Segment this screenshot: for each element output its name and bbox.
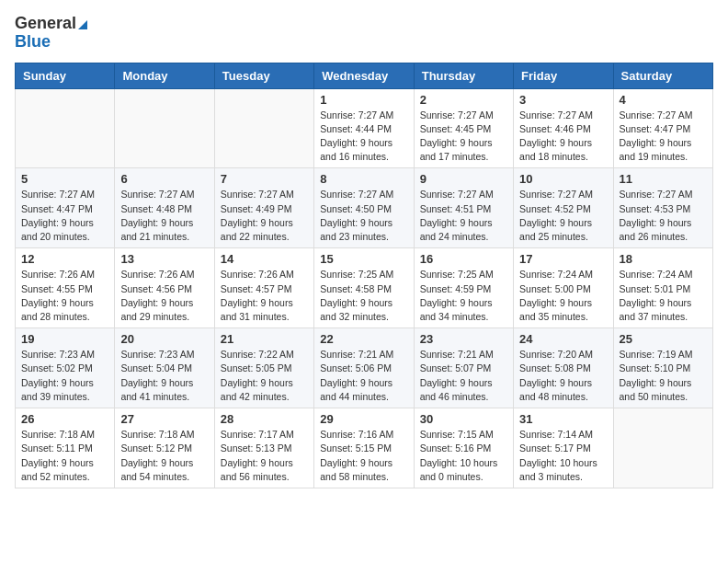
weekday-header-sunday: Sunday <box>16 63 115 88</box>
day-number: 4 <box>620 93 707 107</box>
day-info: Sunrise: 7:27 AM Sunset: 4:47 PM Dayligh… <box>21 188 108 244</box>
day-info: Sunrise: 7:25 AM Sunset: 4:59 PM Dayligh… <box>420 268 507 324</box>
day-number: 1 <box>320 93 407 107</box>
day-number: 18 <box>620 252 707 266</box>
calendar-cell: 19Sunrise: 7:23 AM Sunset: 5:02 PM Dayli… <box>16 328 115 408</box>
calendar-cell: 13Sunrise: 7:26 AM Sunset: 4:56 PM Dayli… <box>115 248 214 328</box>
day-number: 3 <box>519 93 607 107</box>
day-info: Sunrise: 7:18 AM Sunset: 5:12 PM Dayligh… <box>120 428 208 484</box>
day-info: Sunrise: 7:26 AM Sunset: 4:55 PM Dayligh… <box>21 268 108 324</box>
weekday-header-thursday: Thursday <box>414 63 513 88</box>
day-info: Sunrise: 7:24 AM Sunset: 5:00 PM Dayligh… <box>519 268 607 324</box>
calendar-cell: 27Sunrise: 7:18 AM Sunset: 5:12 PM Dayli… <box>115 408 214 488</box>
day-number: 27 <box>120 412 208 426</box>
day-number: 26 <box>21 412 108 426</box>
day-info: Sunrise: 7:17 AM Sunset: 5:13 PM Dayligh… <box>221 428 308 484</box>
day-number: 16 <box>420 252 507 266</box>
calendar-cell <box>115 88 214 168</box>
day-number: 15 <box>320 252 407 266</box>
calendar-cell: 18Sunrise: 7:24 AM Sunset: 5:01 PM Dayli… <box>613 248 712 328</box>
day-info: Sunrise: 7:25 AM Sunset: 4:58 PM Dayligh… <box>320 268 407 324</box>
day-info: Sunrise: 7:16 AM Sunset: 5:15 PM Dayligh… <box>320 428 407 484</box>
calendar-week-row: 19Sunrise: 7:23 AM Sunset: 5:02 PM Dayli… <box>16 328 713 408</box>
calendar-cell: 25Sunrise: 7:19 AM Sunset: 5:10 PM Dayli… <box>613 328 712 408</box>
calendar-cell: 28Sunrise: 7:17 AM Sunset: 5:13 PM Dayli… <box>214 408 313 488</box>
day-info: Sunrise: 7:21 AM Sunset: 5:07 PM Dayligh… <box>420 348 507 404</box>
day-info: Sunrise: 7:27 AM Sunset: 4:48 PM Dayligh… <box>120 188 208 244</box>
page-header: General Blue <box>15 15 713 52</box>
day-number: 30 <box>420 412 507 426</box>
calendar-cell: 8Sunrise: 7:27 AM Sunset: 4:50 PM Daylig… <box>314 168 414 248</box>
day-info: Sunrise: 7:27 AM Sunset: 4:46 PM Dayligh… <box>519 109 607 165</box>
day-number: 25 <box>620 332 707 346</box>
calendar-cell: 21Sunrise: 7:22 AM Sunset: 5:05 PM Dayli… <box>214 328 313 408</box>
weekday-header-saturday: Saturday <box>613 63 712 88</box>
day-info: Sunrise: 7:27 AM Sunset: 4:52 PM Dayligh… <box>519 188 607 244</box>
calendar-cell: 9Sunrise: 7:27 AM Sunset: 4:51 PM Daylig… <box>414 168 513 248</box>
logo-general: General <box>15 14 76 32</box>
day-number: 22 <box>320 332 407 346</box>
day-number: 9 <box>420 172 507 186</box>
calendar-week-row: 5Sunrise: 7:27 AM Sunset: 4:47 PM Daylig… <box>16 168 713 248</box>
logo-wordmark: General Blue <box>15 15 87 52</box>
day-info: Sunrise: 7:22 AM Sunset: 5:05 PM Dayligh… <box>221 348 308 404</box>
calendar-week-row: 12Sunrise: 7:26 AM Sunset: 4:55 PM Dayli… <box>16 248 713 328</box>
day-info: Sunrise: 7:26 AM Sunset: 4:57 PM Dayligh… <box>221 268 308 324</box>
logo-triangle-icon <box>78 20 87 29</box>
calendar-cell: 26Sunrise: 7:18 AM Sunset: 5:11 PM Dayli… <box>16 408 115 488</box>
calendar-cell: 31Sunrise: 7:14 AM Sunset: 5:17 PM Dayli… <box>514 408 613 488</box>
day-info: Sunrise: 7:18 AM Sunset: 5:11 PM Dayligh… <box>21 428 108 484</box>
calendar-cell: 24Sunrise: 7:20 AM Sunset: 5:08 PM Dayli… <box>514 328 613 408</box>
calendar-header-row: SundayMondayTuesdayWednesdayThursdayFrid… <box>16 63 713 88</box>
day-info: Sunrise: 7:27 AM Sunset: 4:53 PM Dayligh… <box>620 188 707 244</box>
weekday-header-monday: Monday <box>115 63 214 88</box>
calendar-cell <box>214 88 313 168</box>
day-number: 28 <box>221 412 308 426</box>
day-info: Sunrise: 7:23 AM Sunset: 5:04 PM Dayligh… <box>120 348 208 404</box>
calendar-cell: 22Sunrise: 7:21 AM Sunset: 5:06 PM Dayli… <box>314 328 414 408</box>
calendar-cell: 15Sunrise: 7:25 AM Sunset: 4:58 PM Dayli… <box>314 248 414 328</box>
day-number: 17 <box>519 252 607 266</box>
day-number: 24 <box>519 332 607 346</box>
day-number: 14 <box>221 252 308 266</box>
calendar-cell: 20Sunrise: 7:23 AM Sunset: 5:04 PM Dayli… <box>115 328 214 408</box>
logo-blue: Blue <box>15 32 51 51</box>
day-info: Sunrise: 7:23 AM Sunset: 5:02 PM Dayligh… <box>21 348 108 404</box>
day-info: Sunrise: 7:27 AM Sunset: 4:50 PM Dayligh… <box>320 188 407 244</box>
day-number: 2 <box>420 93 507 107</box>
calendar-table: SundayMondayTuesdayWednesdayThursdayFrid… <box>15 63 713 488</box>
calendar-cell: 11Sunrise: 7:27 AM Sunset: 4:53 PM Dayli… <box>613 168 712 248</box>
weekday-header-wednesday: Wednesday <box>314 63 414 88</box>
calendar-cell: 12Sunrise: 7:26 AM Sunset: 4:55 PM Dayli… <box>16 248 115 328</box>
day-info: Sunrise: 7:27 AM Sunset: 4:51 PM Dayligh… <box>420 188 507 244</box>
day-number: 10 <box>519 172 607 186</box>
day-number: 5 <box>21 172 108 186</box>
calendar-cell: 2Sunrise: 7:27 AM Sunset: 4:45 PM Daylig… <box>414 88 513 168</box>
day-info: Sunrise: 7:15 AM Sunset: 5:16 PM Dayligh… <box>420 428 507 484</box>
day-number: 31 <box>519 412 607 426</box>
day-number: 13 <box>120 252 208 266</box>
day-number: 8 <box>320 172 407 186</box>
weekday-header-tuesday: Tuesday <box>214 63 313 88</box>
day-number: 11 <box>620 172 707 186</box>
day-info: Sunrise: 7:27 AM Sunset: 4:47 PM Dayligh… <box>620 109 707 165</box>
day-number: 29 <box>320 412 407 426</box>
calendar-cell: 16Sunrise: 7:25 AM Sunset: 4:59 PM Dayli… <box>414 248 513 328</box>
day-info: Sunrise: 7:20 AM Sunset: 5:08 PM Dayligh… <box>519 348 607 404</box>
day-info: Sunrise: 7:24 AM Sunset: 5:01 PM Dayligh… <box>620 268 707 324</box>
calendar-cell <box>613 408 712 488</box>
calendar-cell: 4Sunrise: 7:27 AM Sunset: 4:47 PM Daylig… <box>613 88 712 168</box>
day-info: Sunrise: 7:27 AM Sunset: 4:45 PM Dayligh… <box>420 109 507 165</box>
calendar-cell: 6Sunrise: 7:27 AM Sunset: 4:48 PM Daylig… <box>115 168 214 248</box>
calendar-cell: 5Sunrise: 7:27 AM Sunset: 4:47 PM Daylig… <box>16 168 115 248</box>
calendar-week-row: 26Sunrise: 7:18 AM Sunset: 5:11 PM Dayli… <box>16 408 713 488</box>
day-number: 23 <box>420 332 507 346</box>
day-info: Sunrise: 7:19 AM Sunset: 5:10 PM Dayligh… <box>620 348 707 404</box>
day-number: 7 <box>221 172 308 186</box>
weekday-header-friday: Friday <box>514 63 613 88</box>
day-number: 12 <box>21 252 108 266</box>
calendar-cell: 10Sunrise: 7:27 AM Sunset: 4:52 PM Dayli… <box>514 168 613 248</box>
calendar-cell: 7Sunrise: 7:27 AM Sunset: 4:49 PM Daylig… <box>214 168 313 248</box>
calendar-cell: 30Sunrise: 7:15 AM Sunset: 5:16 PM Dayli… <box>414 408 513 488</box>
calendar-cell: 14Sunrise: 7:26 AM Sunset: 4:57 PM Dayli… <box>214 248 313 328</box>
